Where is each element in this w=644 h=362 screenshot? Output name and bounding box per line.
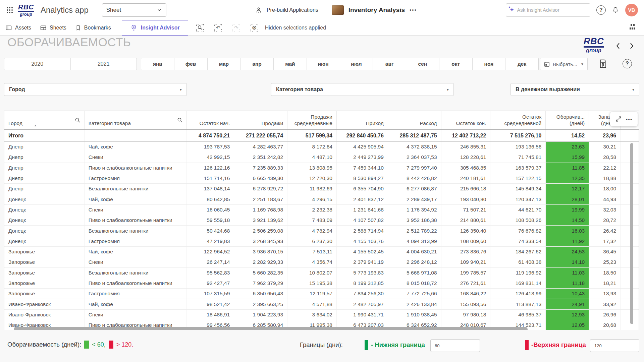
column-header-8[interactable]: Остаток кон. bbox=[441, 111, 491, 129]
value-cell[interactable]: 4 425 905,94 bbox=[337, 142, 388, 152]
category-cell[interactable]: Чай, кофе bbox=[85, 194, 187, 204]
value-cell[interactable]: 95 562,83 bbox=[187, 268, 234, 278]
column-header-7[interactable]: Расход bbox=[388, 111, 441, 129]
value-cell[interactable]: 98 521,42 bbox=[187, 299, 234, 309]
turnover-days-cell[interactable]: 11,03 bbox=[546, 268, 589, 278]
city-cell[interactable]: Донецк bbox=[4, 226, 85, 236]
category-cell[interactable]: Пиво и слабоалкогольные напитки bbox=[85, 278, 187, 288]
month-button-май[interactable]: май bbox=[274, 58, 307, 70]
value-cell[interactable]: 3 936 870,15 bbox=[234, 247, 287, 257]
city-cell[interactable]: Запорожье bbox=[4, 247, 85, 257]
column-header-10[interactable]: Оборачив... (дней) bbox=[546, 111, 589, 129]
value-cell[interactable]: 2 351 242,82 bbox=[234, 152, 287, 162]
value-cell[interactable]: 4 372 838,15 bbox=[388, 142, 441, 152]
city-cell[interactable]: Ивано-Франковск bbox=[4, 310, 85, 320]
value-cell[interactable]: 5 773 193,83 bbox=[337, 268, 388, 278]
value-cell[interactable]: 80 642,85 bbox=[187, 194, 234, 204]
value-cell[interactable]: 7 279 997,40 bbox=[388, 163, 441, 173]
month-button-фев[interactable]: фев bbox=[174, 58, 208, 70]
search-icon[interactable] bbox=[74, 117, 81, 124]
value-cell[interactable]: 10 802,07 bbox=[287, 268, 337, 278]
value-cell[interactable]: 33,92 bbox=[589, 299, 621, 309]
value-cell[interactable]: 199 785,57 bbox=[441, 268, 491, 278]
category-cell[interactable]: Безалкогольные напитки bbox=[85, 184, 187, 194]
value-cell[interactable]: 5 660 282,35 bbox=[234, 268, 287, 278]
value-cell[interactable]: 2 512 789,22 bbox=[388, 226, 441, 236]
value-cell[interactable]: 92 427,47 bbox=[187, 278, 234, 288]
value-cell[interactable]: 128 228,61 bbox=[441, 152, 491, 162]
value-cell[interactable]: 7 483,09 bbox=[287, 215, 337, 225]
tab-sheets[interactable]: Sheets bbox=[40, 24, 66, 31]
month-button-окт[interactable]: окт bbox=[439, 58, 473, 70]
value-cell[interactable]: 8 199 312,85 bbox=[337, 278, 388, 288]
value-cell[interactable]: 1 169 768,98 bbox=[234, 205, 287, 215]
value-cell[interactable]: 74 333,54 bbox=[490, 236, 546, 246]
value-cell[interactable]: 17,32 bbox=[589, 236, 621, 246]
category-cell[interactable]: Чай, кофе bbox=[85, 247, 187, 257]
value-cell[interactable]: 8 442 426,82 bbox=[388, 173, 441, 183]
value-cell[interactable]: 2 482 705,97 bbox=[337, 299, 388, 309]
value-cell[interactable]: 168 846,22 bbox=[441, 289, 491, 299]
smart-search-icon[interactable] bbox=[196, 23, 205, 32]
value-cell[interactable]: 2 232,38 bbox=[287, 205, 337, 215]
value-cell[interactable]: 4 356,74 bbox=[287, 257, 337, 267]
month-button-авг[interactable]: авг bbox=[373, 58, 406, 70]
value-cell[interactable]: 4 282 463,77 bbox=[234, 142, 287, 152]
value-cell[interactable]: 76 676,82 bbox=[490, 226, 546, 236]
city-cell[interactable]: Днепр bbox=[4, 152, 85, 162]
value-cell[interactable]: 1 904 223,93 bbox=[234, 310, 287, 320]
value-cell[interactable]: 2 395 663,25 bbox=[234, 299, 287, 309]
next-sheet-button[interactable] bbox=[627, 41, 637, 51]
value-cell[interactable]: 1 231 841,68 bbox=[337, 205, 388, 215]
ask-insight-advisor[interactable]: ✦✦ bbox=[506, 3, 590, 17]
value-cell[interactable]: 12 720,30 bbox=[287, 173, 337, 183]
value-cell[interactable]: 12 119,57 bbox=[287, 289, 337, 299]
value-cell[interactable]: 44,93 bbox=[589, 194, 621, 204]
city-cell[interactable]: Донецк bbox=[4, 236, 85, 246]
turnover-days-cell[interactable]: 15,99 bbox=[546, 152, 589, 162]
value-cell[interactable]: 3 952 186,38 bbox=[388, 215, 441, 225]
value-cell[interactable]: 30,21 bbox=[589, 142, 621, 152]
year-button-2020[interactable]: 2020 bbox=[4, 58, 71, 70]
value-cell[interactable]: 119 196,92 bbox=[490, 268, 546, 278]
turnover-days-cell[interactable]: 24,91 bbox=[546, 299, 589, 309]
city-cell[interactable]: Запорожье bbox=[4, 257, 85, 267]
month-button-дек[interactable]: дек bbox=[505, 58, 538, 70]
expand-icon[interactable] bbox=[615, 116, 622, 122]
value-cell[interactable]: 2 379 941,19 bbox=[337, 257, 388, 267]
value-cell[interactable]: 145 849,34 bbox=[490, 184, 546, 194]
value-cell[interactable]: 11 982,69 bbox=[287, 184, 337, 194]
value-cell[interactable]: 2 282 929,33 bbox=[234, 257, 287, 267]
tab-bookmarks[interactable]: Bookmarks bbox=[75, 24, 111, 31]
category-cell[interactable]: Снеки bbox=[85, 152, 187, 162]
value-cell[interactable]: 8 015 018,72 bbox=[388, 278, 441, 288]
city-cell[interactable]: Запорожье bbox=[4, 289, 85, 299]
category-cell[interactable]: Чай, кофе bbox=[85, 142, 187, 152]
value-cell[interactable]: 18,00 bbox=[589, 184, 621, 194]
undo-selection-icon[interactable]: ↶ bbox=[214, 23, 223, 32]
value-cell[interactable]: 151 714,16 bbox=[187, 173, 234, 183]
value-cell[interactable]: 2 426 133,84 bbox=[388, 299, 441, 309]
category-cell[interactable]: Гастрономия bbox=[85, 173, 187, 183]
value-cell[interactable]: 120 347,13 bbox=[490, 194, 546, 204]
value-cell[interactable]: 214 880,61 bbox=[441, 215, 491, 225]
turnover-days-cell[interactable]: 12,35 bbox=[546, 173, 589, 183]
column-header-4[interactable]: Продажи bbox=[234, 111, 287, 129]
turnover-days-cell[interactable]: 16,03 bbox=[546, 226, 589, 236]
city-cell[interactable]: Запорожье bbox=[4, 278, 85, 288]
value-cell[interactable]: 26 247,14 bbox=[187, 257, 234, 267]
category-cell[interactable]: Пиво и слабоалкогольные напитки bbox=[85, 215, 187, 225]
ask-input[interactable] bbox=[517, 7, 587, 13]
value-cell[interactable]: 22,12 bbox=[589, 163, 621, 173]
category-cell[interactable]: Безалкогольные напитки bbox=[85, 226, 187, 236]
city-cell[interactable]: Днепр bbox=[4, 184, 85, 194]
value-cell[interactable]: 126 350,40 bbox=[441, 226, 491, 236]
value-cell[interactable]: 4 782,94 bbox=[287, 226, 337, 236]
category-cell[interactable]: Снеки bbox=[85, 310, 187, 320]
city-filter-dropdown[interactable]: Город ▼ bbox=[4, 83, 187, 96]
turnover-days-cell[interactable]: 14,10 bbox=[546, 257, 589, 267]
value-cell[interactable]: 4 487,10 bbox=[287, 152, 337, 162]
city-cell[interactable]: Донецк bbox=[4, 205, 85, 215]
column-header-3[interactable]: Остаток нач. bbox=[187, 111, 234, 129]
clear-selections-icon[interactable]: ⊗ bbox=[250, 23, 259, 32]
